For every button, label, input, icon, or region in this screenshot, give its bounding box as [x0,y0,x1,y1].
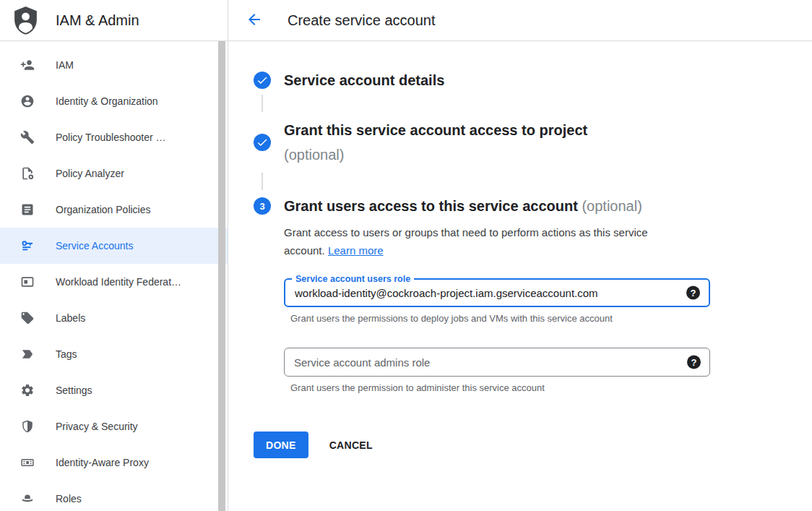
main-header: Create service account [228,0,812,41]
sidebar-nav: IAM Identity & Organization Policy Troub… [0,41,228,511]
check-circle-icon [254,72,271,89]
sidebar-item-label: Settings [56,385,92,396]
form-actions: DONE CANCEL [254,431,795,458]
step-1-service-account-details[interactable]: Service account details [254,72,795,89]
step-2-title: Grant this service account access to pro… [284,118,587,142]
gear-icon [20,383,35,398]
help-icon[interactable]: ? [686,286,700,300]
sidebar-item-workload-identity-federation[interactable]: Workload Identity Federat… [0,264,228,300]
identity-person-icon [20,94,35,108]
wrench-icon [20,130,35,145]
sidebar-item-roles[interactable]: Roles [0,481,228,511]
sidebar-item-label: Policy Troubleshooter … [56,132,166,143]
users-role-helper-text: Grant users the permissions to deploy jo… [290,313,710,324]
step-3-optional-label: (optional) [582,198,642,214]
sidebar-item-label: Identity-Aware Proxy [56,457,149,468]
service-account-admins-role-field: ? [284,348,710,377]
sidebar-item-labels[interactable]: Labels [0,300,228,336]
iam-admin-shield-logo-icon [12,6,39,35]
check-circle-icon [254,134,271,151]
sidebar-item-identity-organization[interactable]: Identity & Organization [0,83,228,119]
card-icon [20,275,35,289]
app-window: IAM & Admin IAM Identity & Organization [0,0,812,511]
page-title: Create service account [288,12,436,29]
create-service-account-form: Service account details Grant this servi… [228,41,812,458]
done-button[interactable]: DONE [254,431,308,458]
help-icon[interactable]: ? [687,356,701,369]
admins-role-helper-text: Grant users the permission to administer… [290,382,710,393]
step-3-number-badge: 3 [254,197,271,215]
back-button[interactable] [246,12,263,29]
step-2-optional-label: (optional) [284,142,587,167]
sidebar-item-label: IAM [56,59,74,71]
back-arrow-icon [246,11,263,30]
sidebar-item-label: Labels [56,312,85,324]
sidebar-item-label: Service Accounts [56,240,133,252]
sidebar-item-label: Privacy & Security [56,421,138,432]
sidebar-item-tags[interactable]: Tags [0,336,228,372]
sidebar-item-label: Roles [56,493,82,504]
step-1-title: Service account details [284,72,444,89]
service-account-key-icon [20,239,35,253]
sidebar-header: IAM & Admin [0,0,228,41]
step-3-title: Grant users access to this service accou… [284,198,578,214]
product-title: IAM & Admin [56,12,139,29]
learn-more-link[interactable]: Learn more [328,244,384,257]
sidebar-item-privacy-security[interactable]: Privacy & Security [0,408,228,445]
arrow-tag-icon [20,347,35,361]
users-role-input[interactable] [285,280,675,306]
article-icon [20,202,35,217]
sidebar-item-policy-troubleshooter[interactable]: Policy Troubleshooter … [0,119,228,155]
admins-role-input[interactable] [285,348,676,376]
cancel-button[interactable]: CANCEL [318,431,384,458]
step-connector [262,95,263,112]
tag-icon [20,311,35,325]
sidebar-item-label: Identity & Organization [56,95,158,107]
hat-icon [20,491,35,506]
step-3-grant-users-access: 3 Grant users access to this service acc… [254,196,795,393]
sidebar-item-label: Policy Analyzer [56,168,124,179]
step-3-description: Grant access to users or groups that nee… [284,223,686,259]
sidebar-item-iam[interactable]: IAM [0,47,228,83]
step-2-grant-access-to-project[interactable]: Grant this service account access to pro… [254,118,795,167]
shield-icon [20,419,35,434]
main-panel: Create service account Service account d… [228,0,812,511]
sidebar-item-label: Organization Policies [56,204,151,215]
sidebar-item-identity-aware-proxy[interactable]: Identity-Aware Proxy [0,445,228,481]
sidebar-item-organization-policies[interactable]: Organization Policies [0,192,228,228]
sidebar-item-policy-analyzer[interactable]: Policy Analyzer [0,155,228,192]
sidebar-item-label: Workload Identity Federat… [56,276,181,288]
sidebar-item-label: Tags [56,348,77,360]
sidebar-scrollbar[interactable] [218,41,225,511]
service-account-users-role-field: Service account users role ? [284,278,710,307]
sidebar-item-service-accounts[interactable]: Service Accounts [0,228,228,264]
proxy-icon [20,455,35,470]
person-add-icon [20,58,35,72]
document-gear-icon [20,166,35,181]
step-connector [262,173,263,190]
sidebar: IAM & Admin IAM Identity & Organization [0,0,228,511]
sidebar-item-settings[interactable]: Settings [0,372,228,408]
